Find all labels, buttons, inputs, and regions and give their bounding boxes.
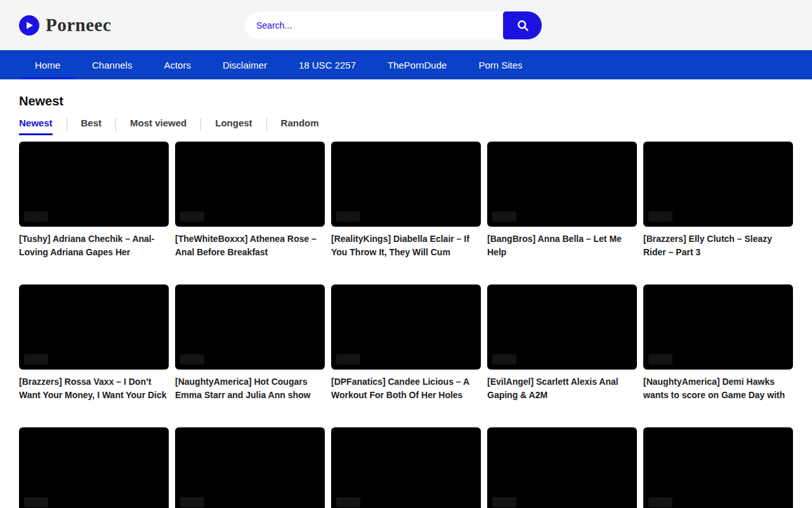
video-card[interactable] <box>19 427 169 508</box>
video-thumbnail[interactable] <box>175 427 325 508</box>
duration-badge <box>648 354 672 364</box>
video-title[interactable]: [Brazzers] Elly Clutch – Sleazy Rider – … <box>643 232 793 259</box>
duration-badge <box>180 497 204 507</box>
sort-tabs: Newest Best Most viewed Longest Random <box>19 117 793 135</box>
video-card[interactable] <box>175 427 325 508</box>
video-title[interactable]: [DPFanatics] Candee Licious – A Workout … <box>331 375 481 402</box>
duration-badge <box>24 354 48 364</box>
video-card[interactable]: [Brazzers] Rossa Vaxx – I Don’t Want You… <box>19 284 169 402</box>
video-title[interactable]: [EvilAngel] Scarlett Alexis Anal Gaping … <box>487 375 637 402</box>
main-content: Newest Newest Best Most viewed Longest R… <box>0 94 812 508</box>
duration-badge <box>180 354 204 364</box>
video-title[interactable]: [TheWhiteBoxxx] Athenea Rose – Anal Befo… <box>175 232 325 259</box>
video-title[interactable]: [Tushy] Adriana Chechik – Anal-Loving Ad… <box>19 232 169 259</box>
main-nav: Home Channels Actors Disclaimer 18 USC 2… <box>0 50 812 79</box>
duration-badge <box>24 211 48 222</box>
search-form <box>245 11 542 39</box>
tab-divider <box>67 118 67 131</box>
search-icon <box>516 19 529 32</box>
nav-item-18usc2257[interactable]: 18 USC 2257 <box>283 50 372 79</box>
video-grid: [Tushy] Adriana Chechik – Anal-Loving Ad… <box>19 142 793 508</box>
video-thumbnail[interactable] <box>643 427 793 508</box>
video-card[interactable]: [NaughtyAmerica] Demi Hawks wants to sco… <box>643 284 793 402</box>
tab-most-viewed[interactable]: Most viewed <box>130 117 187 135</box>
duration-badge <box>336 497 360 507</box>
video-thumbnail[interactable] <box>487 142 637 227</box>
video-thumbnail[interactable] <box>487 427 637 508</box>
duration-badge <box>180 211 204 222</box>
duration-badge <box>336 211 360 222</box>
video-card[interactable] <box>331 427 481 508</box>
duration-badge <box>492 497 516 507</box>
page-title: Newest <box>19 94 793 109</box>
play-icon <box>19 15 39 36</box>
video-thumbnail[interactable] <box>331 284 481 370</box>
video-thumbnail[interactable] <box>175 284 325 370</box>
duration-badge <box>648 497 672 507</box>
video-thumbnail[interactable] <box>19 142 169 227</box>
video-card[interactable]: [Brazzers] Elly Clutch – Sleazy Rider – … <box>643 142 793 259</box>
video-card[interactable]: [DPFanatics] Candee Licious – A Workout … <box>331 284 481 402</box>
video-title[interactable]: [BangBros] Anna Bella – Let Me Help <box>487 232 637 259</box>
video-thumbnail[interactable] <box>643 142 793 227</box>
search-input[interactable] <box>245 11 542 39</box>
duration-badge <box>24 497 48 507</box>
tab-best[interactable]: Best <box>81 117 102 135</box>
video-card[interactable] <box>643 427 793 508</box>
video-card[interactable]: [RealityKings] Diabella Eclair – If You … <box>331 142 481 259</box>
video-thumbnail[interactable] <box>331 427 481 508</box>
video-title[interactable]: [NaughtyAmerica] Hot Cougars Emma Starr … <box>175 375 325 402</box>
video-thumbnail[interactable] <box>175 142 325 227</box>
site-header: Porneec <box>0 0 812 50</box>
tab-divider <box>266 118 267 131</box>
video-thumbnail[interactable] <box>487 284 637 370</box>
nav-item-actors[interactable]: Actors <box>148 50 207 79</box>
nav-item-disclaimer[interactable]: Disclaimer <box>207 50 283 79</box>
video-title[interactable]: [RealityKings] Diabella Eclair – If You … <box>331 232 481 259</box>
search-button[interactable] <box>503 11 542 39</box>
duration-badge <box>336 354 360 364</box>
video-thumbnail[interactable] <box>19 284 169 370</box>
video-card[interactable]: [BangBros] Anna Bella – Let Me Help <box>487 142 637 259</box>
nav-item-porn-sites[interactable]: Porn Sites <box>462 50 538 79</box>
video-title[interactable]: [Brazzers] Rossa Vaxx – I Don’t Want You… <box>19 375 169 402</box>
nav-item-channels[interactable]: Channels <box>76 50 148 79</box>
duration-badge <box>648 211 672 222</box>
video-card[interactable]: [NaughtyAmerica] Hot Cougars Emma Starr … <box>175 284 325 402</box>
video-thumbnail[interactable] <box>331 142 481 227</box>
tab-newest[interactable]: Newest <box>19 117 53 135</box>
site-logo[interactable]: Porneec <box>19 0 111 50</box>
tab-longest[interactable]: Longest <box>215 117 252 135</box>
nav-item-home[interactable]: Home <box>19 50 76 79</box>
video-card[interactable]: [Tushy] Adriana Chechik – Anal-Loving Ad… <box>19 142 169 259</box>
video-card[interactable]: [EvilAngel] Scarlett Alexis Anal Gaping … <box>487 284 637 402</box>
nav-item-theporndude[interactable]: ThePornDude <box>372 50 462 79</box>
video-title[interactable]: [NaughtyAmerica] Demi Hawks wants to sco… <box>643 375 793 402</box>
duration-badge <box>492 354 516 364</box>
video-thumbnail[interactable] <box>643 284 793 370</box>
video-card[interactable] <box>487 427 637 508</box>
tab-divider <box>200 118 201 131</box>
site-title: Porneec <box>46 15 111 36</box>
tab-random[interactable]: Random <box>281 117 319 135</box>
duration-badge <box>492 211 516 222</box>
video-card[interactable]: [TheWhiteBoxxx] Athenea Rose – Anal Befo… <box>175 142 325 259</box>
video-thumbnail[interactable] <box>19 427 169 508</box>
tab-divider <box>115 118 116 131</box>
